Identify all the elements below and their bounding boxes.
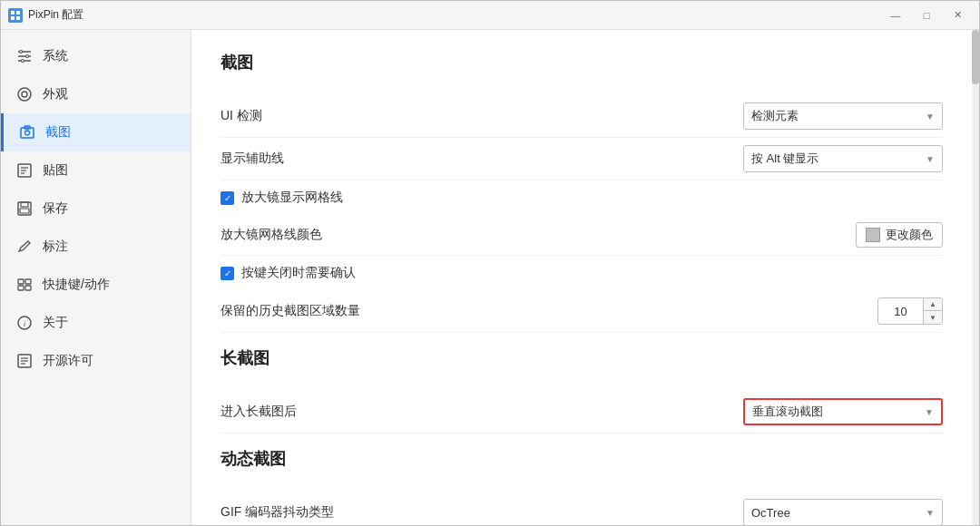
close-confirm-checkbox[interactable]: ✓ <box>220 267 234 280</box>
color-row: 放大镜网格线颜色 更改颜色 <box>220 215 943 256</box>
sidebar-item-opensource[interactable]: 开源许可 <box>1 342 191 380</box>
svg-point-10 <box>18 88 31 101</box>
app-icon <box>8 8 23 23</box>
sidebar-item-save[interactable]: 保存 <box>1 190 191 228</box>
color-button-label: 更改颜色 <box>886 227 933 243</box>
svg-rect-23 <box>25 279 31 284</box>
minimize-button[interactable]: — <box>881 6 910 24</box>
ui-detection-control: 检测元素 ▼ <box>743 102 943 130</box>
sidebar-label-appearance: 外观 <box>43 86 68 102</box>
long-screenshot-label: 进入长截图后 <box>220 404 297 420</box>
ui-detection-arrow: ▼ <box>926 112 935 122</box>
show-guides-arrow: ▼ <box>926 154 935 164</box>
magnifier-grid-label: 放大镜显示网格线 <box>241 190 343 206</box>
spinbox-down-button[interactable]: ▼ <box>924 311 942 324</box>
sidebar-label-annotate: 标注 <box>43 239 68 255</box>
sidebar-label-about: 关于 <box>43 315 68 331</box>
show-guides-dropdown[interactable]: 按 Alt 键显示 ▼ <box>743 145 943 172</box>
color-control: 更改颜色 <box>856 222 943 248</box>
close-confirm-row: ✓ 按键关闭时需要确认 <box>220 256 943 290</box>
gif-dither-row: GIF 编码器抖动类型 OcTree ▼ <box>220 492 943 525</box>
save-icon <box>15 200 34 218</box>
window-controls: — □ ✕ <box>881 6 972 24</box>
svg-point-8 <box>26 55 29 58</box>
gif-dither-value: OcTree <box>751 506 790 520</box>
long-screenshot-row: 进入长截图后 垂直滚动截图 ▼ <box>220 391 943 433</box>
scrollbar-thumb[interactable] <box>972 30 979 84</box>
gif-dither-label: GIF 编码器抖动类型 <box>220 504 334 521</box>
sidebar-item-shortcut[interactable]: 快捷键/动作 <box>1 266 191 304</box>
sidebar-item-sticker[interactable]: 贴图 <box>1 151 191 190</box>
app-window: PixPin 配置 — □ ✕ <box>0 0 980 526</box>
sidebar-item-annotate[interactable]: 标注 <box>1 228 191 266</box>
ui-detection-label: UI 检测 <box>220 108 262 124</box>
history-count-label: 保留的历史截图区域数量 <box>220 303 360 319</box>
section-long-screenshot-wrapper: 长截图 进入长截图后 垂直滚动截图 ▼ <box>220 347 943 433</box>
gif-dither-arrow: ▼ <box>926 508 935 518</box>
sticker-icon <box>15 161 34 180</box>
screenshot-icon <box>18 123 36 141</box>
ui-detection-row: UI 检测 检测元素 ▼ <box>220 95 943 138</box>
gif-dither-dropdown[interactable]: OcTree ▼ <box>743 499 943 525</box>
sidebar-item-appearance[interactable]: 外观 <box>1 75 191 113</box>
color-button[interactable]: 更改颜色 <box>856 222 943 248</box>
gif-dither-control: OcTree ▼ <box>743 499 943 525</box>
opensource-icon <box>15 352 34 370</box>
sidebar-label-shortcut: 快捷键/动作 <box>43 277 110 293</box>
sidebar-item-about[interactable]: i 关于 <box>1 304 191 342</box>
ui-detection-value: 检测元素 <box>751 108 799 124</box>
titlebar: PixPin 配置 — □ ✕ <box>1 1 979 30</box>
close-button[interactable]: ✕ <box>943 6 972 24</box>
maximize-button[interactable]: □ <box>912 6 941 24</box>
sidebar-label-save: 保存 <box>43 200 68 217</box>
history-count-control: 10 ▲ ▼ <box>877 297 943 325</box>
sidebar-label-system: 系统 <box>43 48 68 64</box>
system-icon <box>15 47 34 65</box>
sidebar-label-screenshot: 截图 <box>45 124 71 141</box>
sidebar-label-sticker: 贴图 <box>43 162 68 179</box>
ui-detection-dropdown[interactable]: 检测元素 ▼ <box>743 102 943 130</box>
sidebar-item-system[interactable]: 系统 <box>1 37 191 75</box>
history-count-row: 保留的历史截图区域数量 10 ▲ ▼ <box>220 290 943 333</box>
svg-text:i: i <box>24 319 26 328</box>
sidebar-item-screenshot[interactable]: 截图 <box>1 113 191 151</box>
spinbox-value: 10 <box>878 298 924 324</box>
svg-point-11 <box>22 92 27 97</box>
close-confirm-label: 按键关闭时需要确认 <box>241 265 356 281</box>
svg-rect-24 <box>18 286 24 290</box>
svg-rect-21 <box>20 209 29 213</box>
checkbox-check-icon: ✓ <box>224 193 231 203</box>
show-guides-control: 按 Alt 键显示 ▼ <box>743 145 943 172</box>
scrollbar[interactable] <box>972 30 979 525</box>
history-count-spinbox[interactable]: 10 ▲ ▼ <box>877 297 943 325</box>
magnifier-grid-checkbox[interactable]: ✓ <box>220 191 234 205</box>
svg-rect-1 <box>16 11 20 15</box>
shortcut-icon <box>15 276 34 294</box>
show-guides-row: 显示辅助线 按 Alt 键显示 ▼ <box>220 138 943 180</box>
about-icon: i <box>15 314 34 332</box>
long-screenshot-dropdown[interactable]: 垂直滚动截图 ▼ <box>743 398 943 425</box>
show-guides-label: 显示辅助线 <box>220 151 284 167</box>
svg-rect-0 <box>11 11 15 15</box>
svg-point-7 <box>20 51 23 54</box>
content-area: 系统 外观 <box>1 30 979 525</box>
section-dynamic-title: 动态截图 <box>220 448 943 475</box>
show-guides-value: 按 Alt 键显示 <box>751 151 818 167</box>
long-screenshot-arrow: ▼ <box>925 407 934 417</box>
section-screenshot-title: 截图 <box>220 52 943 79</box>
section-long-screenshot-title: 长截图 <box>220 347 943 375</box>
svg-rect-22 <box>18 279 24 284</box>
appearance-icon <box>15 85 34 103</box>
close-confirm-check-icon: ✓ <box>224 268 231 278</box>
color-label: 放大镜网格线颜色 <box>220 227 322 243</box>
long-screenshot-control: 垂直滚动截图 ▼ <box>743 398 943 425</box>
spinbox-buttons: ▲ ▼ <box>924 298 942 324</box>
spinbox-up-button[interactable]: ▲ <box>924 298 942 311</box>
sidebar-label-opensource: 开源许可 <box>43 353 93 369</box>
svg-rect-3 <box>16 16 20 20</box>
titlebar-left: PixPin 配置 <box>8 7 83 23</box>
svg-point-9 <box>22 60 24 63</box>
annotate-icon <box>15 238 34 256</box>
color-swatch <box>866 228 880 242</box>
sidebar: 系统 外观 <box>1 30 191 525</box>
